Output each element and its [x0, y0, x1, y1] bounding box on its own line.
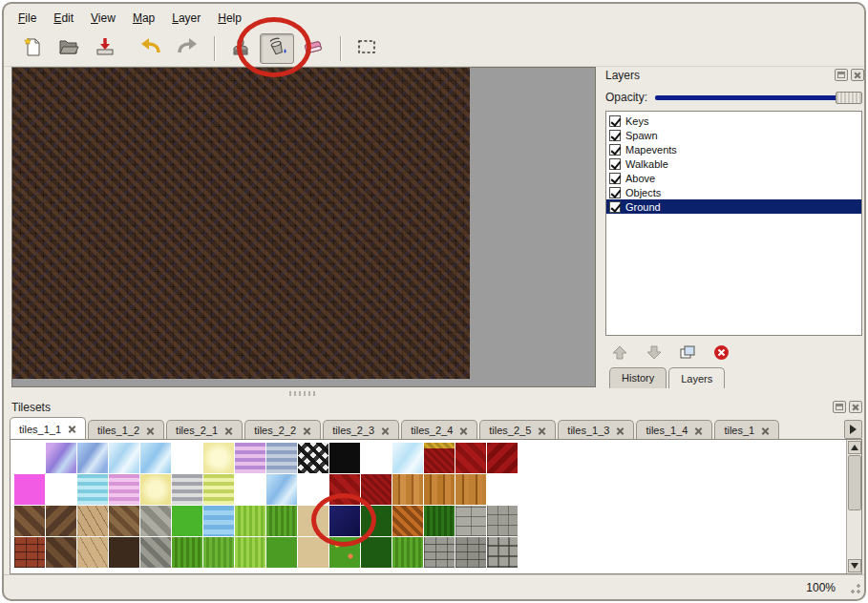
tile[interactable] — [329, 474, 360, 505]
tile[interactable] — [46, 506, 76, 536]
lower-layer-button[interactable] — [646, 345, 663, 364]
tile[interactable] — [455, 537, 486, 568]
tile[interactable] — [392, 537, 423, 568]
tile[interactable] — [109, 537, 139, 568]
scroll-down-button[interactable] — [848, 559, 861, 572]
tile[interactable] — [487, 443, 518, 473]
tab-close-icon[interactable] — [68, 425, 76, 433]
tile[interactable] — [266, 506, 297, 536]
tile[interactable] — [329, 506, 360, 536]
tile[interactable] — [235, 443, 265, 473]
tile[interactable] — [298, 506, 328, 536]
tile[interactable] — [109, 506, 139, 536]
new-map-button[interactable] — [15, 33, 50, 64]
layer-visibility-checkbox[interactable] — [609, 173, 621, 184]
dock-tab[interactable]: Layers — [668, 367, 725, 388]
tile[interactable] — [140, 443, 171, 473]
tileset-tab[interactable]: tiles_2_5 — [479, 420, 556, 440]
opacity-slider[interactable] — [655, 91, 862, 104]
float-panel-icon[interactable] — [835, 69, 848, 81]
splitter-handle[interactable] — [11, 389, 596, 397]
tile[interactable] — [46, 443, 76, 473]
opacity-slider-handle[interactable] — [836, 92, 862, 104]
tile[interactable] — [266, 474, 297, 505]
tile[interactable] — [172, 537, 202, 568]
tab-scroll-right-button[interactable] — [844, 420, 862, 439]
layer-row[interactable]: Mapevents — [606, 142, 861, 156]
tile[interactable] — [266, 443, 297, 473]
tileset-tab[interactable]: tiles_1 — [714, 420, 779, 440]
tab-close-icon[interactable] — [616, 426, 625, 435]
tab-close-icon[interactable] — [459, 426, 468, 435]
tile[interactable] — [424, 474, 455, 505]
tile[interactable] — [361, 443, 392, 473]
tile[interactable] — [329, 443, 360, 473]
redo-button[interactable] — [170, 33, 204, 64]
map-canvas[interactable] — [12, 68, 470, 379]
delete-layer-button[interactable] — [713, 344, 730, 364]
tab-close-icon[interactable] — [224, 426, 233, 435]
tile[interactable] — [392, 506, 423, 536]
tile[interactable] — [424, 443, 455, 473]
layer-visibility-checkbox[interactable] — [609, 158, 621, 170]
tile[interactable] — [298, 537, 328, 568]
tile[interactable] — [392, 443, 423, 473]
tile[interactable] — [14, 537, 45, 568]
select-tool-button[interactable] — [349, 33, 384, 64]
tab-close-icon[interactable] — [694, 426, 703, 435]
tile[interactable] — [361, 474, 392, 505]
tile[interactable] — [361, 537, 392, 568]
tile[interactable] — [140, 506, 171, 536]
tile[interactable] — [46, 474, 76, 505]
duplicate-layer-button[interactable] — [680, 345, 696, 364]
tab-close-icon[interactable] — [303, 426, 311, 435]
save-map-button[interactable] — [88, 33, 122, 64]
menu-item[interactable]: Help — [209, 9, 250, 28]
scrollbar-thumb[interactable] — [848, 455, 861, 510]
tile[interactable] — [109, 443, 139, 473]
tile[interactable] — [172, 443, 202, 473]
menu-item[interactable]: Layer — [163, 9, 209, 28]
tile[interactable] — [203, 537, 234, 568]
menu-item[interactable]: View — [82, 9, 124, 28]
layer-visibility-checkbox[interactable] — [609, 144, 621, 156]
layer-row[interactable]: Objects — [606, 185, 861, 199]
tile[interactable] — [140, 474, 171, 505]
scroll-up-button[interactable] — [848, 441, 861, 454]
tile[interactable] — [77, 506, 108, 536]
layer-visibility-checkbox[interactable] — [609, 130, 621, 141]
tile[interactable] — [298, 443, 328, 473]
tile[interactable] — [235, 474, 265, 505]
menu-item[interactable]: Edit — [45, 9, 82, 28]
tile[interactable] — [455, 474, 486, 505]
stamp-tool-button[interactable] — [223, 33, 258, 64]
tile[interactable] — [203, 474, 234, 505]
dock-tab[interactable]: History — [609, 367, 667, 388]
close-panel-icon[interactable] — [849, 401, 862, 413]
tileset-tab[interactable]: tiles_2_4 — [401, 420, 477, 440]
layer-visibility-checkbox[interactable] — [609, 187, 621, 198]
tile[interactable] — [235, 537, 265, 568]
raise-layer-button[interactable] — [611, 345, 628, 364]
tileset-tab[interactable]: tiles_2_2 — [244, 420, 321, 440]
tile[interactable] — [77, 537, 108, 568]
layer-row[interactable]: Walkable — [606, 156, 861, 171]
tile[interactable] — [109, 474, 139, 505]
tile[interactable] — [77, 443, 108, 473]
close-panel-icon[interactable] — [851, 69, 864, 81]
tileset-tab[interactable]: tiles_1_2 — [88, 420, 164, 440]
tab-close-icon[interactable] — [761, 426, 770, 435]
tile[interactable] — [14, 443, 45, 473]
layer-row[interactable]: Ground — [606, 199, 861, 214]
tile[interactable] — [77, 474, 108, 505]
tile[interactable] — [266, 537, 297, 568]
tile[interactable] — [203, 506, 234, 536]
tile[interactable] — [172, 506, 202, 536]
tab-close-icon[interactable] — [146, 426, 155, 435]
menu-item[interactable]: Map — [124, 9, 163, 28]
tileset-scrollbar[interactable] — [846, 440, 861, 573]
tile[interactable] — [14, 474, 45, 505]
menu-item[interactable]: File — [10, 9, 45, 28]
tile[interactable] — [487, 474, 518, 505]
tab-close-icon[interactable] — [381, 426, 390, 435]
